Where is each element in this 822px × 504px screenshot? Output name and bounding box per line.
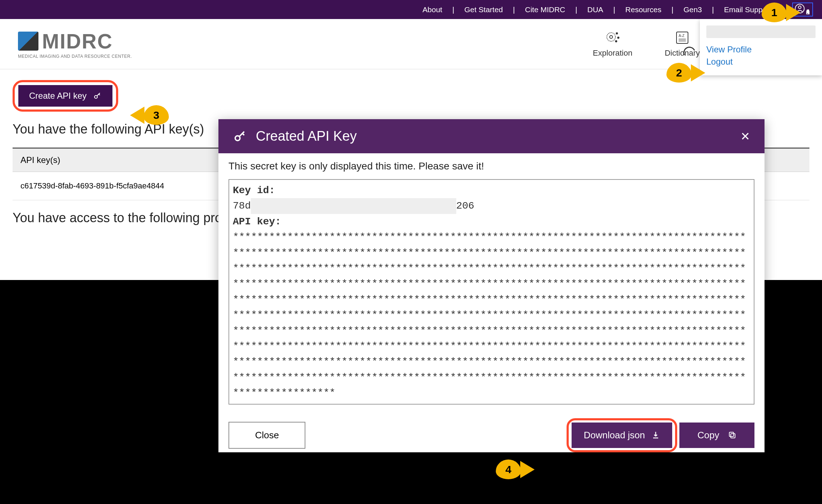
modal-actions: Close Download json Copy xyxy=(218,405,765,452)
svg-point-5 xyxy=(617,37,619,39)
create-api-key-button[interactable]: Create API key xyxy=(18,85,112,107)
copy-button[interactable]: Copy xyxy=(679,423,754,448)
download-json-button[interactable]: Download json xyxy=(572,423,673,448)
logo[interactable]: MIDRC MEDICAL IMAGING AND DATA RESOURCE … xyxy=(18,29,132,59)
create-api-key-highlight: Create API key xyxy=(13,80,118,112)
nav-cite[interactable]: Cite MIDRC xyxy=(515,5,575,14)
nav-resources[interactable]: Resources xyxy=(615,5,671,14)
key-id-redacted: xxxxxxxxxxxxxxxxxxxxxxxxxxxxxxxxxx xyxy=(251,198,456,214)
user-dropdown: View Profile Logout xyxy=(700,19,822,75)
modal-message: This secret key is only displayed this t… xyxy=(228,160,754,172)
dropdown-view-profile[interactable]: View Profile xyxy=(706,45,816,55)
download-icon xyxy=(651,431,660,439)
modal-body: This secret key is only displayed this t… xyxy=(218,153,765,405)
key-id-suffix: 206 xyxy=(456,200,474,211)
created-api-key-modal: Created API Key ✕ This secret key is onl… xyxy=(218,119,765,452)
key-id-label: Key id: xyxy=(233,185,275,196)
key-icon xyxy=(233,129,247,144)
dropdown-logout[interactable]: Logout xyxy=(706,57,816,67)
dictionary-icon: A-Z xyxy=(674,31,691,45)
svg-point-4 xyxy=(616,32,618,34)
button-label: Create API key xyxy=(29,91,87,101)
svg-rect-13 xyxy=(731,434,735,438)
nav-dua[interactable]: DUA xyxy=(577,5,613,14)
modal-title: Created API Key xyxy=(256,129,357,144)
tab-label: Exploration xyxy=(593,48,632,58)
exploration-icon xyxy=(604,31,621,45)
top-nav: About| Get Started| Cite MIDRC| DUA| Res… xyxy=(0,0,822,19)
api-key-label: API key: xyxy=(233,216,281,227)
modal-header: Created API Key ✕ xyxy=(218,119,765,153)
header-bar: MIDRC MEDICAL IMAGING AND DATA RESOURCE … xyxy=(0,19,822,69)
api-key-masked: ****************************************… xyxy=(233,232,746,398)
svg-point-12 xyxy=(235,136,240,140)
logo-subtitle: MEDICAL IMAGING AND DATA RESOURCE CENTER… xyxy=(18,54,132,59)
nav-get-started[interactable]: Get Started xyxy=(454,5,513,14)
copy-icon xyxy=(728,431,736,439)
logo-icon xyxy=(18,32,38,51)
tab-exploration[interactable]: Exploration xyxy=(593,31,632,58)
svg-point-3 xyxy=(610,36,613,38)
logo-text: MIDRC xyxy=(42,29,113,53)
nav-about[interactable]: About xyxy=(412,5,452,14)
svg-point-6 xyxy=(615,40,617,42)
key-icon xyxy=(93,92,102,100)
download-json-highlight: Download json xyxy=(567,418,678,452)
svg-point-2 xyxy=(607,33,615,41)
dropdown-username-row xyxy=(706,25,816,38)
nav-gen3[interactable]: Gen3 xyxy=(673,5,712,14)
svg-text:A-Z: A-Z xyxy=(679,34,684,38)
svg-point-11 xyxy=(94,95,97,98)
close-icon[interactable]: ✕ xyxy=(740,130,750,143)
button-label: Download json xyxy=(584,430,645,441)
svg-rect-14 xyxy=(729,432,734,437)
close-button[interactable]: Close xyxy=(228,422,305,449)
button-label: Copy xyxy=(697,430,719,441)
key-id-prefix: 78d xyxy=(233,200,251,211)
api-key-textbox[interactable]: Key id: 78dxxxxxxxxxxxxxxxxxxxxxxxxxxxxx… xyxy=(228,179,754,405)
